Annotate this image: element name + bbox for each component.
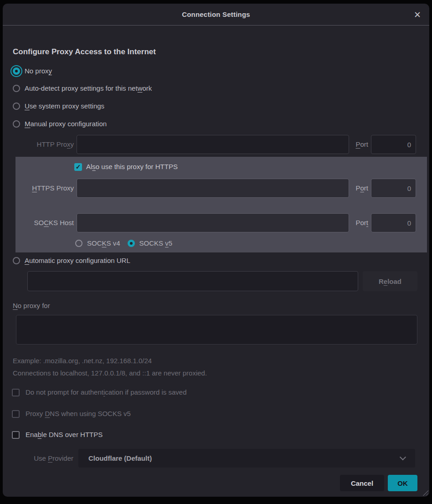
https-proxy-input[interactable] bbox=[77, 179, 349, 198]
socks-host-label: SOCKS Host bbox=[13, 213, 74, 232]
doh-checkbox[interactable] bbox=[12, 431, 20, 439]
no-prompt-checkbox[interactable] bbox=[12, 389, 20, 396]
no-prompt-checkbox-row[interactable]: Do not prompt for authentication if pass… bbox=[12, 388, 187, 397]
https-port-label: Port bbox=[350, 179, 368, 198]
radio-auto-url[interactable]: Automatic proxy configuration URL bbox=[13, 255, 130, 266]
provider-selected-value: Cloudflare (Default) bbox=[88, 454, 152, 462]
radio-icon-socks-v4[interactable] bbox=[75, 240, 82, 247]
radio-manual-proxy[interactable]: Manual proxy configuration bbox=[13, 118, 107, 129]
http-proxy-label: HTTP Proxy bbox=[13, 135, 74, 154]
radio-label-system-proxy[interactable]: Use system proxy settings bbox=[25, 102, 104, 111]
also-https-label[interactable]: Also use this proxy for HTTPS bbox=[86, 162, 178, 171]
localhost-note: Connections to localhost, 127.0.0.1/8, a… bbox=[13, 369, 207, 377]
also-https-checkbox-row[interactable]: ✓ Also use this proxy for HTTPS bbox=[74, 162, 178, 171]
radio-label-no-proxy[interactable]: No proxy bbox=[25, 67, 52, 76]
no-proxy-for-textarea[interactable] bbox=[16, 315, 417, 345]
page-title: Configure Proxy Access to the Internet bbox=[13, 47, 156, 57]
radio-icon-no-proxy[interactable] bbox=[13, 67, 20, 75]
radio-icon-socks-v5[interactable] bbox=[128, 240, 135, 247]
radio-no-proxy[interactable]: No proxy bbox=[13, 66, 52, 77]
proxy-dns-label[interactable]: Proxy DNS when using SOCKS v5 bbox=[26, 409, 131, 418]
auto-url-input[interactable] bbox=[27, 271, 358, 291]
socks-port-label: Port bbox=[350, 213, 368, 232]
proxy-dns-checkbox-row[interactable]: Proxy DNS when using SOCKS v5 bbox=[12, 409, 131, 418]
provider-select[interactable]: Cloudflare (Default) bbox=[78, 449, 415, 468]
socks-host-input[interactable] bbox=[77, 213, 349, 232]
also-https-checkbox[interactable]: ✓ bbox=[74, 163, 82, 171]
doh-checkbox-row[interactable]: Enable DNS over HTTPS bbox=[12, 430, 103, 439]
proxy-dns-checkbox[interactable] bbox=[12, 410, 20, 418]
cancel-button[interactable]: Cancel bbox=[340, 475, 384, 491]
https-port-input[interactable] bbox=[371, 179, 416, 198]
example-hint: Example: .mozilla.org, .net.nz, 192.168.… bbox=[13, 357, 152, 365]
radio-icon-manual-proxy[interactable] bbox=[13, 120, 20, 128]
resize-grip[interactable] bbox=[422, 489, 428, 496]
radio-system-proxy[interactable]: Use system proxy settings bbox=[13, 101, 104, 112]
no-prompt-label[interactable]: Do not prompt for authentication if pass… bbox=[26, 388, 187, 397]
https-proxy-label: HTTPS Proxy bbox=[13, 179, 74, 198]
connection-settings-dialog: Connection Settings ✕ Configure Proxy Ac… bbox=[3, 4, 429, 497]
socks-port-input[interactable] bbox=[371, 213, 416, 232]
radio-label-auto-url[interactable]: Automatic proxy configuration URL bbox=[25, 256, 130, 265]
doh-label[interactable]: Enable DNS over HTTPS bbox=[26, 430, 103, 439]
chevron-down-icon bbox=[400, 454, 406, 460]
radio-icon-system-proxy[interactable] bbox=[13, 103, 20, 110]
http-proxy-input[interactable] bbox=[77, 135, 349, 154]
radio-auto-detect[interactable]: Auto-detect proxy settings for this netw… bbox=[13, 83, 152, 94]
radio-label-socks-v4[interactable]: SOCKS v4 bbox=[87, 239, 120, 248]
radio-label-socks-v5[interactable]: SOCKS v5 bbox=[139, 239, 173, 248]
http-port-label: Port bbox=[350, 135, 368, 154]
use-provider-label: Use Provider bbox=[13, 449, 73, 468]
socks-version-radios: SOCKS v4 SOCKS v5 bbox=[75, 239, 172, 248]
reload-button[interactable]: Reload bbox=[363, 271, 417, 291]
radio-icon-auto-url[interactable] bbox=[13, 257, 20, 264]
ok-button[interactable]: OK bbox=[388, 475, 417, 491]
radio-icon-auto-detect[interactable] bbox=[13, 85, 20, 92]
radio-label-manual-proxy[interactable]: Manual proxy configuration bbox=[25, 119, 107, 129]
no-proxy-for-label: No proxy for bbox=[13, 301, 50, 310]
close-icon[interactable]: ✕ bbox=[411, 8, 424, 21]
dialog-titlebar: Connection Settings ✕ bbox=[3, 4, 429, 26]
checkmark-icon: ✓ bbox=[76, 163, 81, 170]
radio-label-auto-detect[interactable]: Auto-detect proxy settings for this netw… bbox=[25, 84, 152, 93]
http-port-input[interactable] bbox=[371, 135, 416, 154]
dialog-title: Connection Settings bbox=[182, 10, 250, 18]
